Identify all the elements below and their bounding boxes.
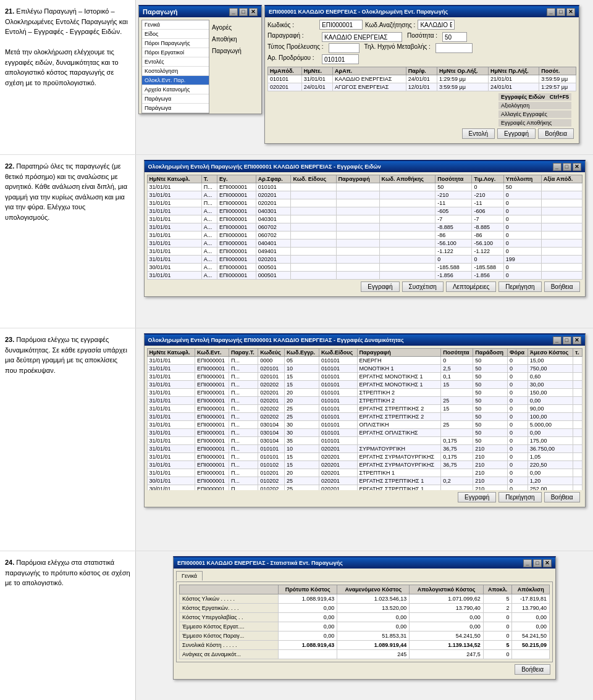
d23-voitheia-btn[interactable]: Βοήθεια xyxy=(544,492,580,502)
d24-title-btns: _ □ ✕ xyxy=(523,559,552,567)
table-row[interactable]: 31/01/01Α...ΕΠΙ000001060702-86-860 xyxy=(147,231,582,240)
table-row[interactable]: 31/01/01Α...ΕΠΙ000001040301-7-70 xyxy=(147,215,582,223)
eggraph-btn[interactable]: Εγγραφή xyxy=(497,128,536,139)
dialog21-main: ΕΠΙ000001 ΚΑΛΩΔΙΟ ΕΝΕΡΓΕΙΑΣ - Ολοκληρωμέ… xyxy=(264,5,579,144)
d24-tab-content: Πρότυπο Κόστος Αναμενόμενο Κόστος Απολογ… xyxy=(176,581,553,662)
table-row[interactable]: 31/01/01ΕΠΙ000001Π...01010115020201ΕΡΓΑΤ… xyxy=(147,453,582,461)
d23-eggraph-btn[interactable]: Εγγραφή xyxy=(458,492,496,502)
tipos-input[interactable] xyxy=(329,43,360,53)
menu-entoles[interactable]: Εντολές xyxy=(142,57,209,67)
posotita-input[interactable] xyxy=(442,32,467,42)
d22-table-body: 31/01/01Π...ΕΠΙ00000101010150050 31/01/0… xyxy=(147,183,582,280)
d23-min-btn[interactable]: _ xyxy=(553,336,561,344)
table-row[interactable]: 31/01/01ΕΠΙ000001Π...02020215010101ΕΡΓΑΤ… xyxy=(147,381,582,389)
d21-table-header: ΗμΑπόδ. ΗμΝτε. ΑρΑπ. Παρ/φ. ΗμΝτε Ορ.Λήξ… xyxy=(268,67,576,75)
table-row[interactable]: Κόστος Υπεργολαβίας . . 0,00 0,00 0,00 0… xyxy=(180,613,550,622)
table-row[interactable]: 020201 24/01/01 ΑΓΩΓΟΣ ΕΝΕΡΓΕΙΑΣ 12/01/0… xyxy=(268,83,576,91)
d23-scroll[interactable]: ΗμΝτε Κατωφλ. Κωδ.Εντ. Παραγ.Τ. Κωδεύς Κ… xyxy=(147,348,582,490)
table-row[interactable]: 31/01/01ΕΠΙ000001Π...03010430010101ΟΠΛΙΣ… xyxy=(147,421,582,429)
tab-genika[interactable]: Γενικά xyxy=(176,571,203,581)
d22-max-btn[interactable]: □ xyxy=(563,163,571,171)
table-row[interactable]: Ανάγκες σε Δυναμικότ... 245 247,5 0 xyxy=(180,650,550,659)
d22-voitheia-btn[interactable]: Βοήθεια xyxy=(544,281,580,292)
table-row[interactable]: 31/01/01ΕΠΙ000001Π...02020225010101ΕΡΓΑΤ… xyxy=(147,405,582,413)
table-row[interactable]: 31/01/01ΕΠΙ000001Π...03010430010101ΕΡΓΑΤ… xyxy=(147,429,582,437)
table-row[interactable]: Συνολικά Κόστη . . . . . 1.088.919,43 1.… xyxy=(180,641,550,650)
kodikos-input[interactable] xyxy=(319,20,363,30)
table-row[interactable]: 31/01/01ΕΠΙ000001Π...02010115010101ΕΡΓΑΤ… xyxy=(147,373,582,381)
dialog21-title-btns: _ □ ✕ xyxy=(547,8,575,16)
d24-close-btn[interactable]: ✕ xyxy=(543,559,552,567)
table-row[interactable]: 31/01/01ΕΠΙ000001Π...000005010101ΕΝΕΡΓΗ0… xyxy=(147,357,582,365)
d22-table-header: ΗμΝτε Κατωφλ. T. Εγ. Αρ.Σφαρ. Κωδ. Είδου… xyxy=(147,175,582,183)
d21-bottom-btns: Εντολή Εγγραφή Βοήθεια xyxy=(267,127,576,141)
d22-scroll[interactable]: ΗμΝτε Κατωφλ. T. Εγ. Αρ.Σφαρ. Κωδ. Είδου… xyxy=(147,175,582,280)
table-row[interactable]: 31/01/01Α...ΕΠΙ000001000501-1.856-1.8560 xyxy=(147,272,582,280)
d24-voitheia-btn[interactable]: Βοήθεια xyxy=(515,664,550,675)
maximize-btn[interactable]: □ xyxy=(239,8,248,16)
table-row[interactable]: 31/01/01ΕΠΙ000001Π...01010110020201ΣΥΡΜΑ… xyxy=(147,445,582,453)
voitheia-btn[interactable]: Βοήθεια xyxy=(538,128,574,139)
section-24: 24. Παρόμοια ελέγχω στα στατιστικά παραγ… xyxy=(0,551,593,700)
d22-sysxetisi-btn[interactable]: Συσχέτιση xyxy=(402,281,444,292)
table-row[interactable]: 30/01/01Α...ΕΠΙ000001000501-185.588-185.… xyxy=(147,264,582,272)
minimize-btn[interactable]: _ xyxy=(229,8,238,16)
table-row[interactable]: 31/01/01Α...ΕΠΙ000001060702-8.885-8.8850 xyxy=(147,223,582,231)
d23-periigisi-btn[interactable]: Περιήγηση xyxy=(498,492,541,502)
d21-table-body: 010101 31/01/01 ΚΑΛΩΔΙΟ ΕΝΕΡΓΕΙΑΣ 24/01/… xyxy=(268,75,576,91)
menu-genika[interactable]: Γενικά xyxy=(142,20,209,30)
table-row[interactable]: 31/01/01Α...ΕΠΙ00000102020100199 xyxy=(147,256,582,264)
perigrafi-input[interactable] xyxy=(322,32,402,42)
table-row[interactable]: 31/01/01ΕΠΙ000001Π...030104350101010,175… xyxy=(147,437,582,445)
table-row[interactable]: 31/01/01ΕΠΙ000001Π...01020120020201ΣΤΡΕΠ… xyxy=(147,469,582,477)
dialog24-body: Γενικά Πρότυπο Κόστος Αναμενόμενο Κόστος… xyxy=(174,569,555,679)
d23-table-body: 31/01/01ΕΠΙ000001Π...000005010101ΕΝΕΡΓΗ0… xyxy=(147,357,582,491)
table-row[interactable]: 30/01/01ΕΠΙ000001Π...01020225020201ΕΡΓΑΤ… xyxy=(147,477,582,485)
table-row[interactable]: Έμμεσο Κόστος Εργατ.... 0,00 0,00 0,00 0… xyxy=(180,622,550,631)
d21-max-btn[interactable]: □ xyxy=(557,8,565,16)
menu-olokl[interactable]: Ολοκλ.Εντ. Παρ. xyxy=(142,76,209,85)
table-row[interactable]: 31/01/01Α...ΕΠΙ000001020201-210-2100 xyxy=(147,191,582,199)
d21-form-row4: Αρ. Προδρόμου : xyxy=(267,54,576,64)
table-row[interactable]: 31/01/01ΕΠΙ000001Π...02020120010101ΣΤΡΕΠ… xyxy=(147,397,582,405)
table-row[interactable]: 31/01/01ΕΠΙ000001Π...02010110010101ΜΟΝΟΤ… xyxy=(147,365,582,373)
table-row[interactable]: 31/01/01Π...ΕΠΙ000001020201-11-110 xyxy=(147,199,582,207)
d21-close-btn[interactable]: ✕ xyxy=(566,8,575,16)
menu-poroi-erg[interactable]: Πόροι Εργατικοί xyxy=(142,48,209,57)
menu-paragoga1[interactable]: Παράγωγα xyxy=(142,94,209,104)
table-row[interactable]: Κόστος Υλικών . . . . . 1.088.919,43 1.0… xyxy=(180,594,550,604)
table-row[interactable]: Έμμεσο Κόστος Παραγ... 0,00 51.853,31 54… xyxy=(180,631,550,641)
table-row[interactable]: 31/01/01Α...ΕΠΙ000001040301-605-6060 xyxy=(147,207,582,215)
d22-min-btn[interactable]: _ xyxy=(553,163,561,171)
table-row[interactable]: Κόστος Εργατικών. . . . 0,00 13.520,00 1… xyxy=(180,604,550,613)
table-row[interactable]: 31/01/01Α...ΕΠΙ000001040401-56.100-56.10… xyxy=(147,240,582,248)
d24-min-btn[interactable]: _ xyxy=(523,559,532,567)
table-row[interactable]: 010101 31/01/01 ΚΑΛΩΔΙΟ ΕΝΕΡΓΕΙΑΣ 24/01/… xyxy=(268,75,576,83)
menu-poroi-para[interactable]: Πόροι Παραγωγής xyxy=(142,39,209,48)
ar-prod-input[interactable] xyxy=(322,54,359,64)
close-btn[interactable]: ✕ xyxy=(249,8,258,16)
d24-max-btn[interactable]: □ xyxy=(533,559,542,567)
d22-periigisi-btn[interactable]: Περιήγηση xyxy=(498,281,541,292)
d22-eggraph-btn[interactable]: Εγγραφή xyxy=(361,281,399,292)
d21-min-btn[interactable]: _ xyxy=(547,8,555,16)
kodikos-anaz-input[interactable] xyxy=(418,20,455,30)
table-row[interactable]: 31/01/01Π...ΕΠΙ00000101010150050 xyxy=(147,183,582,191)
menu-paragoga2[interactable]: Παράγωγα xyxy=(142,104,209,113)
d22-leptomereies-btn[interactable]: Λεπτομέρειες xyxy=(446,281,496,292)
d23-title-btns: _ □ ✕ xyxy=(553,336,581,344)
menu-eidos[interactable]: Είδος xyxy=(142,30,209,39)
entoli-btn[interactable]: Εντολή xyxy=(462,128,495,139)
table-row[interactable]: 31/01/01ΕΠΙ000001Π...02020225010101ΕΡΓΑΤ… xyxy=(147,413,582,421)
d23-close-btn[interactable]: ✕ xyxy=(573,336,581,344)
menu-kostologisi[interactable]: Κοστολόγηση xyxy=(142,67,209,76)
table-row[interactable]: 30/01/01ΕΠΙ000001Π...01020225020201ΕΡΓΑΤ… xyxy=(147,485,582,491)
d23-max-btn[interactable]: □ xyxy=(563,336,571,344)
para-sidebar: Γενικά Είδος Πόροι Παραγωγής Πόροι Εργατ… xyxy=(141,20,209,114)
thl-input[interactable] xyxy=(435,43,473,53)
d22-close-btn[interactable]: ✕ xyxy=(573,163,581,171)
table-row[interactable]: 31/01/01ΕΠΙ000001Π...01010215020201ΕΡΓΑΤ… xyxy=(147,461,582,469)
menu-archeia[interactable]: Αρχεία Κατανομής xyxy=(142,85,209,94)
table-row[interactable]: 31/01/01Α...ΕΠΙ000001049401-1.122-1.1220 xyxy=(147,248,582,256)
table-row[interactable]: 31/01/01ΕΠΙ000001Π...02020120010101ΣΤΡΕΠ… xyxy=(147,389,582,397)
